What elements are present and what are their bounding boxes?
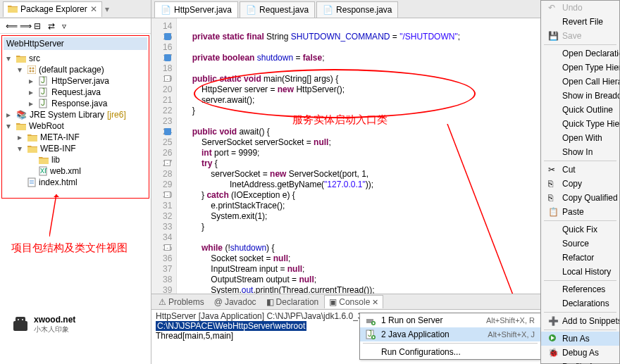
- svg-point-19: [22, 319, 23, 320]
- copy-icon: ⎘: [548, 179, 558, 189]
- source[interactable]: Source: [541, 237, 619, 251]
- jre-library[interactable]: ▸📚JRE System Library [jre6]: [6, 109, 147, 120]
- cut-icon: ✂: [548, 165, 558, 175]
- java-file-icon: 📄: [323, 5, 333, 15]
- metainf-folder[interactable]: ▸META-INF: [18, 132, 147, 143]
- forward-icon[interactable]: ⟹: [20, 21, 30, 31]
- indexhtml-file[interactable]: index.html: [18, 177, 147, 188]
- profile-as[interactable]: Profile As: [541, 360, 619, 364]
- references[interactable]: References: [541, 282, 619, 296]
- close-icon[interactable]: ✕: [90, 4, 97, 14]
- svg-point-2: [32, 68, 35, 70]
- annotation-project: 项目包结构及类文件视图: [11, 241, 128, 255]
- webroot-folder[interactable]: ▾WebRoot: [6, 120, 147, 132]
- view-menu-icon[interactable]: ▾: [105, 4, 115, 14]
- svg-rect-17: [16, 317, 25, 322]
- declarations[interactable]: Declarations: [541, 296, 619, 310]
- webinf-folder[interactable]: ▾WEB-INF: [18, 143, 147, 154]
- open-declaration[interactable]: Open Declaration: [541, 46, 619, 61]
- quick-fix[interactable]: Quick Fix: [541, 222, 619, 237]
- javadoc-icon: @: [214, 297, 223, 307]
- cut[interactable]: ✂Cut: [541, 163, 619, 177]
- java-application[interactable]: J 2 Java Application Alt+Shift+X, J: [360, 327, 540, 341]
- src-folder[interactable]: ▾src: [6, 53, 147, 64]
- problems-icon: ⚠: [159, 297, 166, 307]
- java-file-response[interactable]: ▸JResponse.java: [29, 98, 147, 109]
- editor-tab-request[interactable]: 📄Request.java: [240, 1, 315, 18]
- folder-icon: [39, 156, 49, 164]
- open-type-hierarchy[interactable]: Open Type Hierarc: [541, 61, 619, 75]
- tab-problems[interactable]: ⚠Problems: [154, 296, 209, 308]
- save[interactable]: 💾Save: [541, 29, 619, 43]
- open-call-hierarchy[interactable]: Open Call Hierarch: [541, 75, 619, 89]
- paste-icon: 📋: [548, 207, 558, 217]
- console-icon: ▣: [329, 297, 337, 307]
- java-file-icon: J: [39, 76, 49, 86]
- gutter: 141516171819-2021222324-252627-282930-31…: [151, 18, 177, 294]
- project-root[interactable]: WebHttpServer: [4, 37, 147, 50]
- revert-file[interactable]: Revert File: [541, 15, 619, 29]
- copy-icon: ⎘: [548, 193, 558, 203]
- svg-rect-13: [28, 178, 35, 187]
- java-file-icon: J: [39, 99, 49, 108]
- context-menu: ↶Undo Revert File 💾Save Open Declaration…: [540, 0, 620, 364]
- default-package[interactable]: ▾(default package): [18, 64, 147, 75]
- library-icon: 📚: [16, 110, 27, 120]
- java-file-httpserver[interactable]: ▸JHttpServer.java: [29, 75, 147, 87]
- paste[interactable]: 📋Paste: [541, 205, 619, 219]
- declaration-icon: ◧: [266, 297, 274, 307]
- svg-text:J: J: [41, 76, 45, 85]
- java-file-icon: J: [39, 87, 49, 97]
- run-as[interactable]: Run As: [541, 332, 619, 346]
- copy[interactable]: ⎘Copy: [541, 177, 619, 191]
- add-snippets[interactable]: ➕Add to Snippets...: [541, 314, 619, 328]
- open-with[interactable]: Open With: [541, 131, 619, 145]
- run-configurations[interactable]: Run Configurations...: [360, 345, 540, 359]
- watermark-logo: xwood.net小木人印象: [10, 315, 75, 334]
- run-icon: [548, 334, 558, 344]
- refactor[interactable]: Refactor: [541, 251, 619, 265]
- save-icon: 💾: [548, 31, 558, 41]
- run-on-server[interactable]: 1 Run on Server Alt+Shift+X, R: [360, 313, 540, 327]
- local-history[interactable]: Local History: [541, 265, 619, 279]
- svg-text:J: J: [41, 87, 45, 96]
- tab-declaration[interactable]: ◧Declaration: [262, 296, 323, 308]
- copy-qualified[interactable]: ⎘Copy Qualified Na: [541, 191, 619, 205]
- debug-as[interactable]: 🐞Debug As: [541, 346, 619, 360]
- quick-type-hierarchy[interactable]: Quick Type Hierarc: [541, 117, 619, 131]
- undo[interactable]: ↶Undo: [541, 1, 619, 15]
- folder-icon: [27, 144, 37, 153]
- folder-icon: [16, 122, 26, 130]
- svg-text:J: J: [41, 99, 45, 108]
- java-run-icon: J: [366, 330, 376, 339]
- package-folder-icon: [16, 54, 26, 63]
- tab-javadoc[interactable]: @Javadoc: [210, 296, 261, 308]
- show-in[interactable]: Show In: [541, 145, 619, 159]
- java-file-icon: 📄: [161, 5, 171, 15]
- back-icon[interactable]: ⟸: [6, 21, 16, 31]
- svg-rect-16: [13, 321, 27, 331]
- editor-tab-response[interactable]: 📄Response.java: [316, 1, 398, 18]
- lib-folder[interactable]: lib: [29, 154, 147, 165]
- link-editor-icon[interactable]: ⇄: [48, 21, 58, 31]
- xml-file-icon: xml: [39, 166, 47, 176]
- java-file-icon: 📄: [246, 5, 256, 15]
- svg-rect-0: [27, 65, 36, 74]
- console-selected: C:\NJ\JSPACE\WebHttpServer\webroot: [156, 321, 306, 331]
- svg-line-14: [49, 194, 56, 237]
- package-explorer-tab[interactable]: Package Explorer ✕: [3, 1, 102, 17]
- view-menu2-icon[interactable]: ▿: [62, 21, 72, 31]
- folder-icon: [8, 4, 18, 15]
- collapse-all-icon[interactable]: ⊟: [34, 21, 44, 31]
- java-file-request[interactable]: ▸JRequest.java: [29, 87, 147, 98]
- webxml-file[interactable]: xmlweb.xml: [29, 165, 147, 177]
- code-body[interactable]: private static final String SHUTDOWN_COM…: [177, 18, 466, 294]
- quick-outline[interactable]: Quick Outline: [541, 103, 619, 117]
- folder-icon: [27, 133, 37, 142]
- debug-icon: 🐞: [548, 348, 558, 358]
- tab-console[interactable]: ▣Console ✕: [324, 295, 383, 308]
- server-run-icon: [366, 315, 376, 325]
- editor-tab-httpserver[interactable]: 📄HttpServer.java: [154, 1, 238, 18]
- show-breadcrumb[interactable]: Show in Breadcrum: [541, 89, 619, 103]
- undo-icon: ↶: [548, 3, 558, 13]
